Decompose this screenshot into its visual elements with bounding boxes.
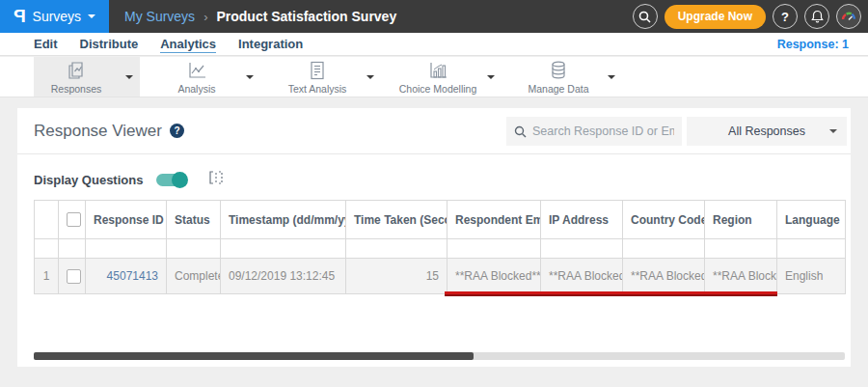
- filter-cell-region[interactable]: [705, 239, 777, 259]
- responses-table: Response ID Status Timestamp (dd/mm/yyyy…: [34, 200, 846, 294]
- notifications-button[interactable]: [804, 4, 829, 29]
- topbar-actions: Upgrade Now ?: [633, 4, 868, 29]
- timestamp-cell: 09/12/2019 13:12:45: [221, 259, 346, 294]
- column-header-timestamp[interactable]: Timestamp (dd/mm/yyyy): [221, 201, 346, 239]
- breadcrumb: My Surveys › Product Satisfaction Survey: [124, 9, 396, 24]
- select-all-checkbox[interactable]: [67, 212, 81, 227]
- response-count-label: Response: 1: [777, 38, 849, 51]
- horizontal-scrollbar-thumb[interactable]: [34, 352, 474, 360]
- red-underline-annotation: [445, 291, 777, 296]
- search-icon: [638, 11, 651, 23]
- tab-edit[interactable]: Edit: [34, 37, 58, 51]
- display-questions-toggle[interactable]: [156, 174, 187, 186]
- search-icon: [514, 125, 527, 138]
- filter-row: [35, 239, 846, 259]
- analytics-toolbar: Responses Analysis: [0, 57, 868, 97]
- page-title: Response Viewer: [34, 122, 162, 141]
- ip-address-cell: **RAA Blocked**: [541, 259, 623, 294]
- chevron-down-icon: [88, 14, 95, 18]
- response-search: [506, 117, 682, 146]
- filter-cell-status[interactable]: [167, 239, 221, 259]
- table-row: 1 45071413 Completed 09/12/2019 13:12:45…: [35, 259, 846, 294]
- choice-modelling-icon: [426, 60, 449, 81]
- toolbar-item-choice-modelling[interactable]: Choice Modelling: [395, 57, 502, 97]
- top-bar: P Surveys My Surveys › Product Satisfact…: [0, 0, 868, 33]
- avatar[interactable]: [836, 4, 861, 29]
- chevron-down-icon[interactable]: [119, 57, 140, 97]
- chevron-down-icon[interactable]: [480, 57, 502, 97]
- help-button[interactable]: ?: [773, 4, 798, 29]
- survey-nav-tabs: Edit Distribute Analytics Integration Re…: [0, 33, 868, 56]
- display-questions-label: Display Questions: [34, 173, 143, 187]
- filter-cell-time-taken[interactable]: [346, 239, 448, 259]
- filter-cell-ip-address[interactable]: [541, 239, 623, 259]
- chevron-down-icon: [829, 129, 837, 133]
- chevron-down-icon[interactable]: [601, 57, 622, 97]
- search-button[interactable]: [633, 4, 658, 29]
- toolbar-label-choice-modelling: Choice Modelling: [399, 83, 477, 95]
- row-number: 1: [35, 259, 59, 294]
- viewer-controls: Display Questions: [34, 170, 224, 189]
- toolbar-item-responses[interactable]: Responses: [34, 57, 140, 97]
- time-taken-cell: 15: [346, 259, 448, 294]
- row-select-cell: [59, 259, 86, 294]
- column-header-ip-address: IP Address: [541, 201, 623, 239]
- horizontal-scrollbar-track[interactable]: [34, 352, 845, 360]
- search-input[interactable]: [532, 124, 674, 138]
- respondent-email-cell: **RAA Blocked**: [448, 259, 541, 294]
- response-viewer-panel: Response Viewer ? All Responses Display …: [17, 108, 851, 367]
- filter-cell-timestamp[interactable]: [221, 239, 346, 259]
- toggle-knob: [172, 172, 188, 188]
- filter-cell-response-id[interactable]: [86, 239, 167, 259]
- tab-analytics[interactable]: Analytics: [160, 37, 216, 51]
- panel-header: Response Viewer ? All Responses: [17, 108, 851, 154]
- column-header-status: Status: [167, 201, 221, 239]
- product-menu-label: Surveys: [33, 9, 82, 24]
- row-number-header: [35, 201, 59, 239]
- filter-cell-respondent-email[interactable]: [448, 239, 541, 259]
- toolbar-item-text-analysis[interactable]: Text Analysis: [275, 57, 381, 97]
- responses-icon: [65, 60, 88, 81]
- analysis-icon: [185, 60, 208, 81]
- breadcrumb-separator-icon: ›: [203, 10, 207, 24]
- upgrade-now-button[interactable]: Upgrade Now: [665, 5, 766, 29]
- language-cell: English: [777, 259, 846, 294]
- question-mark-icon: ?: [781, 10, 789, 24]
- chevron-down-icon[interactable]: [360, 57, 381, 97]
- column-header-country-code: Country Code: [623, 201, 705, 239]
- toolbar-label-analysis: Analysis: [177, 83, 215, 95]
- column-header-respondent-email: Respondent Email: [448, 201, 541, 239]
- gauge-avatar-icon: [840, 8, 857, 25]
- response-filter-dropdown[interactable]: All Responses: [687, 117, 847, 146]
- column-header-language: Language: [777, 201, 846, 239]
- bell-icon: [811, 10, 824, 23]
- select-all-header: [59, 201, 86, 239]
- manage-data-icon: [547, 60, 570, 81]
- region-cell: **RAA Blocked**: [705, 259, 777, 294]
- tab-distribute[interactable]: Distribute: [80, 37, 139, 51]
- filter-cell-language[interactable]: [777, 239, 846, 259]
- response-id-link[interactable]: 45071413: [107, 269, 158, 283]
- breadcrumb-my-surveys[interactable]: My Surveys: [124, 9, 195, 24]
- row-checkbox[interactable]: [67, 269, 81, 284]
- chevron-down-icon[interactable]: [239, 57, 260, 97]
- tab-integration[interactable]: Integration: [238, 37, 303, 51]
- toolbar-label-manage-data: Manage Data: [528, 83, 588, 95]
- country-code-cell: **RAA Blocked**: [623, 259, 705, 294]
- survey-title: Product Satisfaction Survey: [216, 9, 396, 24]
- column-header-response-id[interactable]: Response ID: [86, 201, 167, 239]
- text-analysis-icon: [306, 60, 329, 81]
- table-header-row: Response ID Status Timestamp (dd/mm/yyyy…: [35, 201, 846, 239]
- toolbar-item-analysis[interactable]: Analysis: [154, 57, 260, 97]
- status-cell: Completed: [167, 259, 221, 294]
- questionpro-logo-icon: P: [14, 6, 26, 27]
- column-scroll-icon[interactable]: [208, 170, 224, 189]
- toolbar-item-manage-data[interactable]: Manage Data: [516, 57, 622, 97]
- surveys-product-menu[interactable]: P Surveys: [0, 0, 109, 33]
- response-filter-value: All Responses: [728, 124, 805, 138]
- filter-cell-country-code[interactable]: [623, 239, 705, 259]
- response-id-cell: 45071413: [86, 259, 167, 294]
- toolbar-label-text-analysis: Text Analysis: [288, 83, 347, 95]
- column-header-time-taken[interactable]: Time Taken (Seconds): [346, 201, 448, 239]
- help-badge-icon[interactable]: ?: [170, 124, 184, 138]
